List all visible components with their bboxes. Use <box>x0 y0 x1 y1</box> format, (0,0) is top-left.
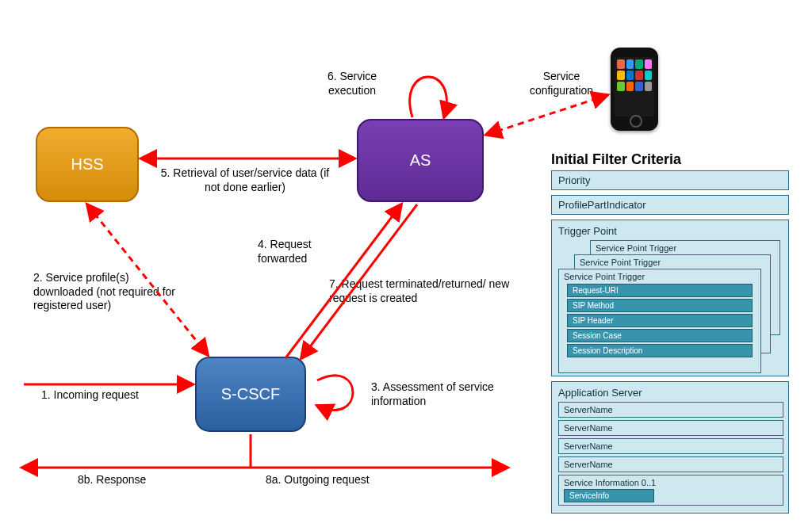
hss-node: HSS <box>36 127 139 202</box>
trigger-point-group: Trigger Point Service Point Trigger Serv… <box>551 220 789 376</box>
spt-item: SIP Header <box>567 314 753 327</box>
appserver-title: Application Server <box>558 387 783 399</box>
as-label: AS <box>410 151 431 170</box>
step2-label: 2. Service profile(s) downloaded (not re… <box>33 271 180 313</box>
servername-row: ServerName <box>558 402 783 418</box>
servername-row: ServerName <box>558 420 783 436</box>
step8b-label: 8b. Response <box>78 473 173 487</box>
ifc-ppi: ProfilePartIndicator <box>551 195 789 215</box>
step5-label: 5. Retrieval of user/service data (if no… <box>154 166 336 194</box>
spt-front: Service Point Trigger Request-URI SIP Me… <box>558 269 761 373</box>
step1-label: 1. Incoming request <box>41 388 184 403</box>
servername-row: ServerName <box>558 456 783 472</box>
servername-row: ServerName <box>558 438 783 454</box>
svg-line-5 <box>486 95 607 135</box>
scscf-node: S-CSCF <box>195 357 306 432</box>
ifc-title: Initial Filter Criteria <box>551 151 681 169</box>
as-node: AS <box>357 119 484 202</box>
spt-item: Session Case <box>567 329 753 342</box>
ifc-panel: Priority ProfilePartIndicator Trigger Po… <box>551 170 789 518</box>
scscf-label: S-CSCF <box>221 385 280 403</box>
step4-label: 4. Request forwarded <box>258 238 345 265</box>
svcinfo-row: Service Information 0..1 ServiceInfo <box>558 475 783 506</box>
spt-item: Request-URI <box>567 284 753 297</box>
step8a-label: 8a. Outgoing request <box>266 473 400 487</box>
svc-config-label: Service configuration <box>514 70 609 97</box>
phone-icon <box>611 48 658 131</box>
appserver-group: Application Server ServerName ServerName… <box>551 381 789 514</box>
serviceinfo-item: ServiceInfo <box>564 489 654 502</box>
hss-label: HSS <box>71 155 103 174</box>
spt-item: SIP Method <box>567 299 753 312</box>
spt-item: Session Description <box>567 344 753 357</box>
step6-label: 6. Service execution <box>312 70 392 97</box>
trigger-title: Trigger Point <box>558 225 783 237</box>
step3-label: 3. Assessment of service information <box>371 380 506 408</box>
step7-label: 7. Request terminated/returned/ new requ… <box>329 277 511 305</box>
ifc-priority: Priority <box>551 170 789 190</box>
